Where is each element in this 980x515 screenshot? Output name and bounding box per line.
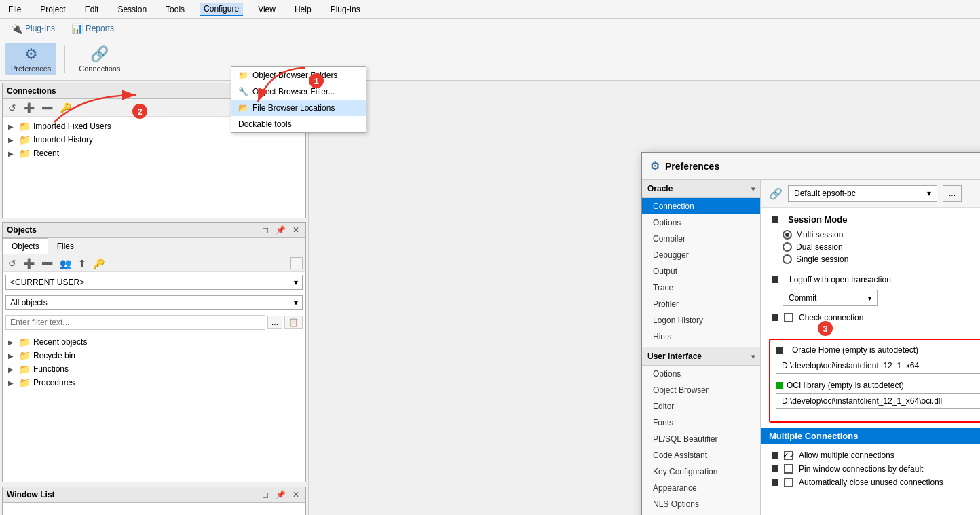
preferences-label: Preferences xyxy=(11,64,51,73)
filter-input[interactable] xyxy=(5,315,265,330)
connections-label: Connections xyxy=(79,64,120,73)
tree-item-imported-history[interactable]: ▶ 📁 Imported History xyxy=(5,133,303,147)
radio-dual-session[interactable]: Dual session xyxy=(783,242,980,252)
preferences-button[interactable]: ⚙ Preferences xyxy=(5,43,56,75)
menu-project[interactable]: Project xyxy=(36,3,69,16)
right-area: ⚙ Preferences ✕ Oracle ▾ Connection Opti… xyxy=(309,81,980,515)
conn-selector: 🔗 Default epsoft-bc ▾ ... xyxy=(761,180,980,208)
pin-window-checkbox[interactable] xyxy=(784,464,793,474)
toolbar-plugins[interactable]: 🔌 Plug-Ins xyxy=(5,22,60,35)
tree-label-imported-history: Imported History xyxy=(33,135,93,145)
object-browser-folders-icon: 📁 xyxy=(238,71,248,80)
oracle-home-dropdown[interactable]: D:\develop\oci\instantclient_12_1_x64 ▾ xyxy=(776,358,980,374)
connections-more-btn[interactable]: 🔑 xyxy=(57,101,74,115)
tab-files[interactable]: Files xyxy=(48,238,83,254)
obj-up-btn[interactable]: ⬆ xyxy=(75,256,89,270)
connections-add-btn[interactable]: ➕ xyxy=(20,101,37,115)
badge-2: 2 xyxy=(132,104,147,119)
tab-objects[interactable]: Objects xyxy=(3,238,48,254)
menu-session[interactable]: Session xyxy=(113,3,151,16)
current-user-dropdown[interactable]: <CURRENT USER> ▾ xyxy=(5,275,303,290)
oracle-home-field: Oracle Home (empty is autodetect) D:\dev… xyxy=(776,345,980,374)
nav-item-plsql[interactable]: PL/SQL Beautifier xyxy=(642,431,760,447)
current-user-value: <CURRENT USER> xyxy=(10,278,84,287)
nav-item-appearance[interactable]: Appearance xyxy=(642,480,760,496)
obj-remove-btn[interactable]: ➖ xyxy=(39,256,56,270)
menu-plugins[interactable]: Plug-Ins xyxy=(326,3,364,16)
nav-item-profiler[interactable]: Profiler xyxy=(642,296,760,312)
nav-item-connection[interactable]: Connection xyxy=(642,198,760,214)
connections-refresh-btn[interactable]: ↺ xyxy=(5,101,19,115)
wl-restore-btn[interactable]: ◻ xyxy=(260,489,271,500)
dropdown-object-browser-filter[interactable]: 🔧 Object Browser Filter... xyxy=(231,83,366,100)
nav-item-trace[interactable]: Trace xyxy=(642,280,760,296)
logoff-dropdown-row: Commit ▾ xyxy=(783,290,980,306)
folder-icon-procedures: 📁 xyxy=(19,377,31,388)
auto-close-checkbox[interactable] xyxy=(784,478,793,487)
nav-item-ui-options[interactable]: Options xyxy=(642,366,760,382)
connections-button[interactable]: 🔗 Connections xyxy=(73,43,126,75)
nav-item-nls[interactable]: NLS Options xyxy=(642,496,760,512)
wl-close-btn[interactable]: ✕ xyxy=(290,489,301,500)
tree-item-recycle-bin[interactable]: ▶ 📁 Recycle bin xyxy=(5,349,303,362)
badge-3: 3 xyxy=(818,321,833,336)
menu-tools[interactable]: Tools xyxy=(162,3,189,16)
modal-title-icon: ⚙ xyxy=(650,159,660,172)
conn-more-btn[interactable]: ... xyxy=(943,185,962,202)
radio-multi-session[interactable]: Multi session xyxy=(783,230,980,240)
menu-view[interactable]: View xyxy=(254,3,280,16)
nav-item-compiler[interactable]: Compiler xyxy=(642,231,760,247)
menu-file[interactable]: File xyxy=(4,3,25,16)
nav-item-debugger[interactable]: Debugger xyxy=(642,247,760,263)
obj-toggle-btn[interactable] xyxy=(290,257,303,269)
nav-item-code-assistant[interactable]: Code Assistant xyxy=(642,447,760,463)
nav-item-object-browser[interactable]: Object Browser xyxy=(642,382,760,398)
oci-dropdown[interactable]: D:\develop\oci\instantclient_12_1_x64\oc… xyxy=(776,393,980,409)
dropdown-file-browser-locations[interactable]: 📂 File Browser Locations xyxy=(231,100,366,116)
menu-configure[interactable]: Configure xyxy=(200,3,243,16)
expander-recycle-bin: ▶ xyxy=(8,352,16,360)
radio-single-session[interactable]: Single session xyxy=(783,254,980,264)
obj-add-btn[interactable]: ➕ xyxy=(20,256,37,270)
objects-pin-btn[interactable]: 📌 xyxy=(274,225,288,235)
session-mode-block: Session Mode Multi session Dual session xyxy=(772,214,980,264)
allow-multiple-checkbox[interactable]: ✓ xyxy=(784,451,793,460)
wl-pin-btn[interactable]: 📌 xyxy=(274,489,288,500)
obj-refresh-btn[interactable]: ↺ xyxy=(5,256,19,270)
nav-item-options[interactable]: Options xyxy=(642,214,760,231)
menu-edit[interactable]: Edit xyxy=(81,3,103,16)
session-mode-radios: Multi session Dual session Single sessio… xyxy=(783,230,980,264)
tree-item-procedures[interactable]: ▶ 📁 Procedures xyxy=(5,376,303,389)
toolbar-area: 🔌 Plug-Ins 📊 Reports ⚙ Preferences 🔗 Con… xyxy=(0,19,980,81)
nav-section-ui[interactable]: User Interface ▾ xyxy=(642,347,760,366)
nav-item-editor[interactable]: Editor xyxy=(642,398,760,415)
toolbar-sep1 xyxy=(64,45,65,73)
obj-key-btn[interactable]: 🔑 xyxy=(90,256,107,270)
tree-item-functions[interactable]: ▶ 📁 Functions xyxy=(5,362,303,376)
menu-help[interactable]: Help xyxy=(290,3,316,16)
check-conn-checkbox[interactable] xyxy=(784,313,793,322)
filter-row: ... 📋 xyxy=(3,313,305,332)
objects-close-btn[interactable]: ✕ xyxy=(290,225,301,235)
toolbar-reports[interactable]: 📊 Reports xyxy=(66,22,119,35)
objects-restore-btn[interactable]: ◻ xyxy=(260,225,271,235)
dropdown-object-browser-folders[interactable]: 📁 Object Browser Folders xyxy=(231,67,366,83)
conn-selector-dropdown[interactable]: Default epsoft-bc ▾ xyxy=(788,185,937,202)
nav-section-oracle[interactable]: Oracle ▾ xyxy=(642,180,760,198)
nav-item-fonts[interactable]: Fonts xyxy=(642,415,760,431)
tree-item-recent-objects[interactable]: ▶ 📁 Recent objects xyxy=(5,335,303,349)
nav-item-output[interactable]: Output xyxy=(642,263,760,280)
obj-people-btn[interactable]: 👥 xyxy=(57,256,74,270)
logoff-dropdown[interactable]: Commit ▾ xyxy=(783,290,878,306)
connections-remove-btn[interactable]: ➖ xyxy=(39,101,56,115)
nav-item-logon-history[interactable]: Logon History xyxy=(642,312,760,328)
filter-clear-btn[interactable]: 📋 xyxy=(284,316,303,329)
filter-more-btn[interactable]: ... xyxy=(267,316,282,329)
session-mode-title: Session Mode xyxy=(788,214,847,225)
all-objects-dropdown[interactable]: All objects ▾ xyxy=(5,295,303,310)
tree-item-recent[interactable]: ▶ 📁 Recent xyxy=(5,147,303,160)
dropdown-dockable-tools[interactable]: Dockable tools xyxy=(231,116,366,132)
folder-icon-imported-history: 📁 xyxy=(19,134,31,145)
nav-item-hints[interactable]: Hints xyxy=(642,328,760,345)
nav-item-key-config[interactable]: Key Configuration xyxy=(642,463,760,480)
